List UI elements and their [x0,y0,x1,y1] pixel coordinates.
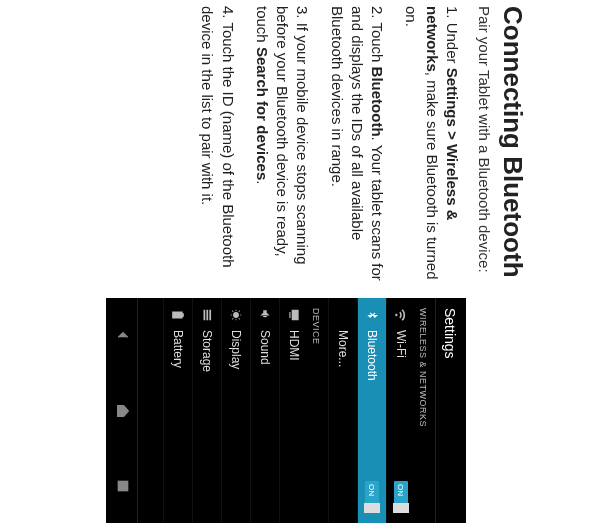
nav-home-icon[interactable] [112,403,131,419]
nav-back-icon[interactable] [112,328,131,344]
nav-recent-icon[interactable] [112,478,131,494]
bluetooth-label: Bluetooth [365,330,379,473]
row-storage[interactable]: Storage [192,298,221,523]
step-3-bold: Search for devices [254,47,271,180]
row-bluetooth[interactable]: Bluetooth ON [357,298,386,523]
step-2-bold: Bluetooth [369,67,386,137]
group-device: DEVICE [308,298,328,523]
step-2-pre: 2. Touch [369,6,386,67]
group-wireless: WIRELESS & NETWORKS [415,298,435,523]
bluetooth-toggle[interactable]: ON [365,481,379,513]
hdmi-icon [287,308,301,322]
step-1-pre: 1. Under [444,6,461,68]
hdmi-label: HDMI [287,330,301,513]
more-spacer [336,308,350,322]
step-3: 3. If your mobile device stops scanning … [252,6,313,288]
wifi-icon [394,308,408,322]
device-screenshot: Settings WIRELESS & NETWORKS Wi-Fi ON Bl… [106,298,466,523]
display-label: Display [229,330,243,513]
row-battery[interactable]: Battery [163,298,192,523]
row-display[interactable]: Display [221,298,250,523]
row-sound[interactable]: Sound [250,298,279,523]
page-title: Connecting Bluetooth [495,0,528,529]
svg-rect-0 [118,481,127,490]
android-navbar [106,298,138,523]
page-subtitle: Pair your Tablet with a Bluetooth device… [466,0,495,529]
row-hdmi[interactable]: HDMI [279,298,308,523]
step-3-post: . [254,180,271,184]
step-1: 1. Under Settings > Wireless & networks,… [401,6,462,288]
display-icon [229,308,243,322]
battery-label: Battery [171,330,185,513]
row-wifi[interactable]: Wi-Fi ON [386,298,415,523]
settings-title: Settings [435,298,466,523]
more-label: More... [336,330,350,513]
row-more[interactable]: More... [328,298,357,523]
battery-icon [171,308,185,322]
wifi-label: Wi-Fi [394,330,408,473]
step-2: 2. Touch Bluetooth. Your tablet scans fo… [327,6,388,288]
sound-icon [258,308,272,322]
wifi-toggle[interactable]: ON [394,481,408,513]
instruction-column: 1. Under Settings > Wireless & networks,… [0,6,466,288]
storage-icon [200,308,214,322]
step-4: 4. Touch the ID (name) of the Bluetooth … [197,6,238,288]
bluetooth-icon [365,308,379,322]
sound-label: Sound [258,330,272,513]
storage-label: Storage [200,330,214,513]
